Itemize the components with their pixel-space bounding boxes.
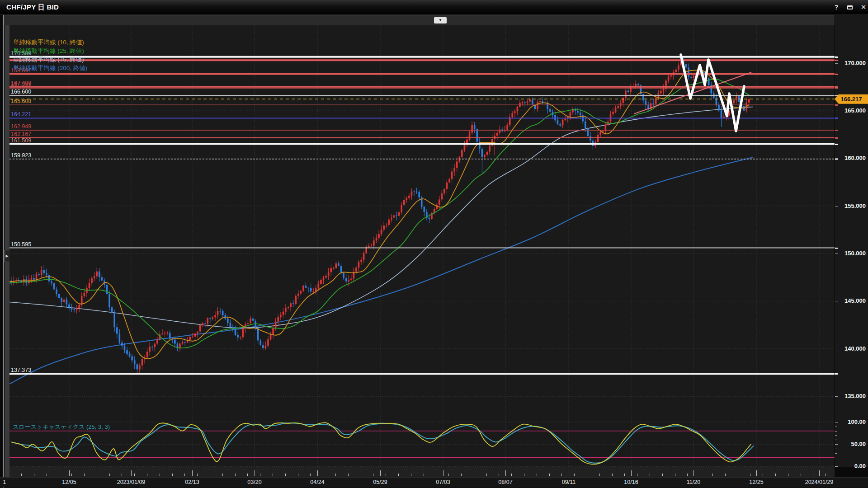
price-level-label: 161.509 <box>11 137 31 144</box>
price-axis-tick <box>835 111 838 111</box>
price-axis-tick <box>835 253 838 254</box>
time-minor-tick <box>147 474 147 476</box>
price-axis-label: 140.000 <box>835 345 866 352</box>
time-minor-tick <box>160 474 160 476</box>
time-minor-tick <box>537 474 537 476</box>
time-minor-tick <box>612 474 613 476</box>
stochastic-axis-tick <box>835 431 837 432</box>
price-axis-tick <box>835 349 838 349</box>
legend-ma25: 単純移動平均線 (25, 終値) <box>13 47 87 55</box>
time-minor-tick <box>662 474 663 476</box>
close-icon[interactable]: ✕ <box>858 3 868 12</box>
price-axis-label: 160.000 <box>835 155 866 161</box>
price-axis-label: 135.000 <box>835 393 866 399</box>
time-minor-tick <box>273 474 273 476</box>
stochastic-axis-tick <box>835 427 837 427</box>
level-axis-tick <box>835 117 838 119</box>
time-major-tick <box>443 470 443 476</box>
time-minor-tick <box>134 474 135 476</box>
time-minor-tick <box>650 474 650 476</box>
price-axis-tick <box>835 63 838 64</box>
time-axis-label: 2024/01/29 <box>805 479 834 485</box>
time-minor-tick <box>637 474 637 476</box>
time-minor-tick <box>813 474 813 476</box>
time-major-tick <box>505 470 506 476</box>
level-axis-tick <box>835 87 838 89</box>
time-minor-tick <box>71 474 72 476</box>
time-minor-tick <box>448 474 449 476</box>
price-axis-label: 165.000 <box>835 107 866 114</box>
time-minor-tick <box>222 474 223 476</box>
time-axis-label: 08/07 <box>498 479 512 485</box>
price-axis[interactable]: 170.000165.000160.000155.000150.000145.0… <box>835 15 868 467</box>
price-level-label: 162.167 <box>11 131 31 138</box>
time-minor-tick <box>235 474 236 476</box>
title-bar: CHF/JPY 日 BID ? ✕ <box>0 0 868 15</box>
time-minor-tick <box>763 474 763 476</box>
time-major-tick <box>131 470 132 476</box>
time-major-tick <box>69 470 70 476</box>
time-major-tick <box>569 470 569 476</box>
time-minor-tick <box>34 474 34 476</box>
price-axis-tick <box>835 158 838 159</box>
time-axis-label: 2023/01/09 <box>117 479 146 485</box>
time-minor-tick <box>386 474 386 476</box>
time-minor-tick <box>436 474 436 476</box>
time-minor-tick <box>172 474 173 476</box>
stochastic-axis-tick <box>835 435 837 436</box>
time-axis-label: 12/25 <box>749 479 763 485</box>
window-left-edge <box>3 15 4 488</box>
time-major-tick <box>192 470 193 476</box>
time-minor-tick <box>361 474 361 476</box>
time-axis-label: 12/05 <box>62 479 76 485</box>
time-minor-tick <box>247 474 248 476</box>
time-major-tick <box>819 470 820 476</box>
time-axis-label: 10/16 <box>624 479 638 485</box>
stochastic-legend: スローストキャスティクス (25, 3, 3) <box>13 423 110 431</box>
price-axis-tick <box>835 396 838 397</box>
time-major-tick <box>255 470 255 476</box>
time-minor-tick <box>411 474 411 476</box>
price-level-label: 162.949 <box>11 123 31 130</box>
time-minor-tick <box>474 474 474 476</box>
time-minor-tick <box>826 474 826 476</box>
time-axis-label: 09/11 <box>562 479 576 485</box>
toolbar-strip: ▼ <box>4 15 865 25</box>
time-minor-tick <box>788 474 788 476</box>
time-minor-tick <box>59 474 59 476</box>
main-chart-area[interactable] <box>9 25 835 420</box>
stochastic-axis-label: 100.00 <box>835 418 866 425</box>
help-icon[interactable]: ? <box>831 3 842 12</box>
time-minor-tick <box>775 474 776 476</box>
chart-window: CHF/JPY 日 BID ? ✕ ▼ ▶ 170.589168.641167.… <box>0 0 868 488</box>
stochastic-axis-tick <box>835 462 837 462</box>
time-axis-label: 1 <box>3 479 6 485</box>
time-minor-tick <box>461 474 462 476</box>
price-level-label: 167.359 <box>11 81 31 88</box>
price-level-label: 150.595 <box>11 241 31 248</box>
time-major-tick <box>631 470 632 476</box>
time-minor-tick <box>84 474 85 476</box>
time-minor-tick <box>499 474 499 476</box>
level-axis-tick <box>835 373 838 375</box>
stochastic-chart-area[interactable] <box>9 420 835 467</box>
stochastic-axis-tick <box>835 453 837 454</box>
time-minor-tick <box>511 474 512 476</box>
stochastic-axis-tick <box>835 422 838 422</box>
price-axis-label: 155.000 <box>835 202 866 209</box>
time-minor-tick <box>47 474 47 476</box>
toolbar-collapse-button[interactable]: ▼ <box>434 17 447 23</box>
legend-ma75: 単純移動平均線 (75, 終値) <box>13 55 87 64</box>
stochastic-axis-label: 0.00 <box>835 463 866 469</box>
time-axis-ruler[interactable] <box>9 467 835 477</box>
time-axis-labels[interactable]: 112/052023/01/0902/1303/2004/2405/2907/0… <box>0 477 868 488</box>
time-minor-tick <box>574 474 575 476</box>
time-minor-tick <box>310 474 311 476</box>
stochastic-axis-label: 50.00 <box>835 441 866 447</box>
time-minor-tick <box>424 474 424 476</box>
maximize-icon[interactable] <box>844 3 855 12</box>
time-minor-tick <box>373 474 373 476</box>
stochastic-axis-tick <box>835 449 837 449</box>
time-minor-tick <box>549 474 550 476</box>
window-title: CHF/JPY 日 BID <box>6 3 59 12</box>
